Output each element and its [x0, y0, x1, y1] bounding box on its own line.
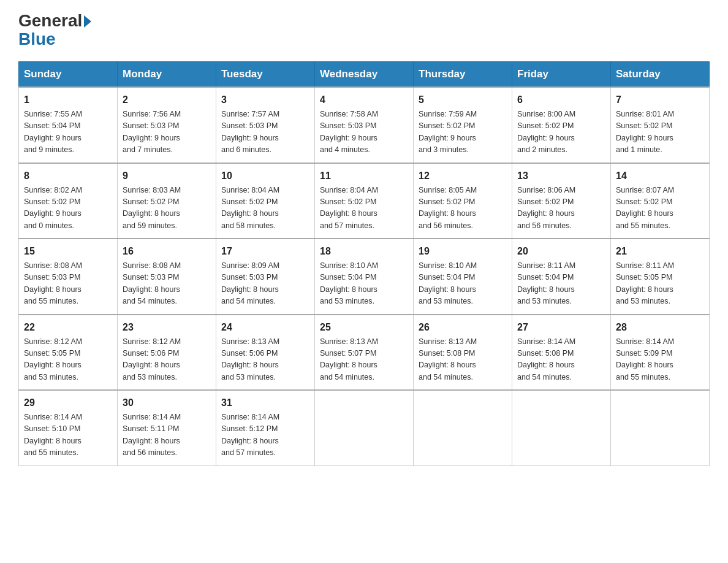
day-info: Sunrise: 8:00 AMSunset: 5:02 PMDaylight:… — [517, 109, 605, 156]
calendar-cell — [414, 390, 512, 465]
calendar-cell: 15Sunrise: 8:08 AMSunset: 5:03 PMDayligh… — [19, 239, 118, 315]
day-info: Sunrise: 7:56 AMSunset: 5:03 PMDaylight:… — [123, 109, 211, 156]
day-number: 1 — [24, 93, 112, 107]
calendar-cell: 11Sunrise: 8:04 AMSunset: 5:02 PMDayligh… — [315, 163, 414, 239]
calendar-cell: 7Sunrise: 8:01 AMSunset: 5:02 PMDaylight… — [611, 87, 710, 163]
day-info: Sunrise: 8:11 AMSunset: 5:04 PMDaylight:… — [517, 260, 605, 308]
day-number: 21 — [616, 244, 704, 259]
day-number: 3 — [221, 93, 309, 107]
day-number: 24 — [221, 320, 309, 335]
calendar-week-row: 15Sunrise: 8:08 AMSunset: 5:03 PMDayligh… — [19, 239, 710, 315]
day-number: 29 — [24, 396, 112, 410]
calendar-cell: 25Sunrise: 8:13 AMSunset: 5:07 PMDayligh… — [315, 315, 414, 391]
day-info: Sunrise: 7:57 AMSunset: 5:03 PMDaylight:… — [221, 109, 309, 156]
day-info: Sunrise: 8:02 AMSunset: 5:02 PMDaylight:… — [24, 185, 112, 232]
calendar-cell — [315, 390, 414, 465]
day-info: Sunrise: 8:14 AMSunset: 5:10 PMDaylight:… — [24, 412, 112, 459]
page-header: General Blue — [18, 12, 710, 49]
day-number: 11 — [320, 169, 408, 183]
calendar-cell: 20Sunrise: 8:11 AMSunset: 5:04 PMDayligh… — [512, 239, 611, 315]
day-info: Sunrise: 8:13 AMSunset: 5:07 PMDaylight:… — [320, 336, 408, 384]
calendar-cell: 30Sunrise: 8:14 AMSunset: 5:11 PMDayligh… — [118, 390, 216, 465]
day-number: 31 — [221, 396, 309, 410]
day-number: 28 — [616, 320, 704, 335]
calendar-cell: 14Sunrise: 8:07 AMSunset: 5:02 PMDayligh… — [611, 163, 710, 239]
calendar-cell: 17Sunrise: 8:09 AMSunset: 5:03 PMDayligh… — [216, 239, 315, 315]
calendar-week-row: 29Sunrise: 8:14 AMSunset: 5:10 PMDayligh… — [19, 390, 710, 465]
calendar-cell: 4Sunrise: 7:58 AMSunset: 5:03 PMDaylight… — [315, 87, 414, 163]
calendar-cell: 29Sunrise: 8:14 AMSunset: 5:10 PMDayligh… — [19, 390, 118, 465]
calendar-cell: 10Sunrise: 8:04 AMSunset: 5:02 PMDayligh… — [216, 163, 315, 239]
day-info: Sunrise: 8:14 AMSunset: 5:08 PMDaylight:… — [517, 336, 605, 384]
calendar-cell: 27Sunrise: 8:14 AMSunset: 5:08 PMDayligh… — [512, 315, 611, 391]
day-header-wednesday: Wednesday — [315, 62, 414, 88]
day-number: 16 — [123, 244, 211, 259]
day-info: Sunrise: 8:09 AMSunset: 5:03 PMDaylight:… — [221, 260, 309, 308]
calendar-cell: 21Sunrise: 8:11 AMSunset: 5:05 PMDayligh… — [611, 239, 710, 315]
calendar-cell: 1Sunrise: 7:55 AMSunset: 5:04 PMDaylight… — [19, 87, 118, 163]
day-header-monday: Monday — [118, 62, 216, 88]
day-number: 2 — [123, 93, 211, 107]
day-number: 15 — [24, 244, 112, 259]
day-info: Sunrise: 8:01 AMSunset: 5:02 PMDaylight:… — [616, 109, 704, 156]
day-number: 8 — [24, 169, 112, 183]
calendar-week-row: 22Sunrise: 8:12 AMSunset: 5:05 PMDayligh… — [19, 315, 710, 391]
day-number: 10 — [221, 169, 309, 183]
calendar-cell: 2Sunrise: 7:56 AMSunset: 5:03 PMDaylight… — [118, 87, 216, 163]
day-info: Sunrise: 8:13 AMSunset: 5:06 PMDaylight:… — [221, 336, 309, 384]
day-number: 13 — [517, 169, 605, 183]
logo-general-text: General — [18, 12, 82, 29]
day-info: Sunrise: 8:11 AMSunset: 5:05 PMDaylight:… — [616, 260, 704, 308]
day-info: Sunrise: 8:10 AMSunset: 5:04 PMDaylight:… — [419, 260, 507, 308]
day-info: Sunrise: 8:06 AMSunset: 5:02 PMDaylight:… — [517, 185, 605, 232]
day-number: 12 — [419, 169, 507, 183]
day-info: Sunrise: 8:03 AMSunset: 5:02 PMDaylight:… — [123, 185, 211, 232]
calendar-cell: 3Sunrise: 7:57 AMSunset: 5:03 PMDaylight… — [216, 87, 315, 163]
day-info: Sunrise: 8:14 AMSunset: 5:11 PMDaylight:… — [123, 412, 211, 459]
day-info: Sunrise: 8:08 AMSunset: 5:03 PMDaylight:… — [123, 260, 211, 308]
day-header-sunday: Sunday — [19, 62, 118, 88]
day-header-friday: Friday — [512, 62, 611, 88]
day-info: Sunrise: 8:05 AMSunset: 5:02 PMDaylight:… — [419, 185, 507, 232]
day-number: 23 — [123, 320, 211, 335]
day-header-saturday: Saturday — [611, 62, 710, 88]
calendar-cell: 13Sunrise: 8:06 AMSunset: 5:02 PMDayligh… — [512, 163, 611, 239]
calendar-cell: 28Sunrise: 8:14 AMSunset: 5:09 PMDayligh… — [611, 315, 710, 391]
calendar-week-row: 1Sunrise: 7:55 AMSunset: 5:04 PMDaylight… — [19, 87, 710, 163]
calendar-cell — [611, 390, 710, 465]
day-number: 6 — [517, 93, 605, 107]
logo-blue-text: Blue — [18, 29, 56, 49]
calendar-table: SundayMondayTuesdayWednesdayThursdayFrid… — [18, 61, 710, 466]
calendar-cell: 24Sunrise: 8:13 AMSunset: 5:06 PMDayligh… — [216, 315, 315, 391]
day-number: 19 — [419, 244, 507, 259]
day-number: 27 — [517, 320, 605, 335]
calendar-cell: 16Sunrise: 8:08 AMSunset: 5:03 PMDayligh… — [118, 239, 216, 315]
logo-arrow-icon — [84, 15, 91, 28]
day-info: Sunrise: 7:59 AMSunset: 5:02 PMDaylight:… — [419, 109, 507, 156]
calendar-cell: 26Sunrise: 8:13 AMSunset: 5:08 PMDayligh… — [414, 315, 512, 391]
calendar-cell: 23Sunrise: 8:12 AMSunset: 5:06 PMDayligh… — [118, 315, 216, 391]
calendar-cell: 31Sunrise: 8:14 AMSunset: 5:12 PMDayligh… — [216, 390, 315, 465]
day-info: Sunrise: 8:14 AMSunset: 5:09 PMDaylight:… — [616, 336, 704, 384]
calendar-cell: 22Sunrise: 8:12 AMSunset: 5:05 PMDayligh… — [19, 315, 118, 391]
day-number: 5 — [419, 93, 507, 107]
calendar-cell: 19Sunrise: 8:10 AMSunset: 5:04 PMDayligh… — [414, 239, 512, 315]
day-info: Sunrise: 8:07 AMSunset: 5:02 PMDaylight:… — [616, 185, 704, 232]
day-info: Sunrise: 8:13 AMSunset: 5:08 PMDaylight:… — [419, 336, 507, 384]
calendar-header-row: SundayMondayTuesdayWednesdayThursdayFrid… — [19, 62, 710, 88]
day-info: Sunrise: 8:08 AMSunset: 5:03 PMDaylight:… — [24, 260, 112, 308]
day-number: 4 — [320, 93, 408, 107]
day-number: 9 — [123, 169, 211, 183]
day-info: Sunrise: 8:04 AMSunset: 5:02 PMDaylight:… — [320, 185, 408, 232]
day-info: Sunrise: 8:10 AMSunset: 5:04 PMDaylight:… — [320, 260, 408, 308]
day-info: Sunrise: 8:12 AMSunset: 5:05 PMDaylight:… — [24, 336, 112, 384]
day-info: Sunrise: 8:04 AMSunset: 5:02 PMDaylight:… — [221, 185, 309, 232]
day-header-tuesday: Tuesday — [216, 62, 315, 88]
calendar-cell: 18Sunrise: 8:10 AMSunset: 5:04 PMDayligh… — [315, 239, 414, 315]
day-number: 17 — [221, 244, 309, 259]
day-number: 26 — [419, 320, 507, 335]
day-header-thursday: Thursday — [414, 62, 512, 88]
calendar-cell — [512, 390, 611, 465]
day-info: Sunrise: 8:12 AMSunset: 5:06 PMDaylight:… — [123, 336, 211, 384]
calendar-cell: 5Sunrise: 7:59 AMSunset: 5:02 PMDaylight… — [414, 87, 512, 163]
